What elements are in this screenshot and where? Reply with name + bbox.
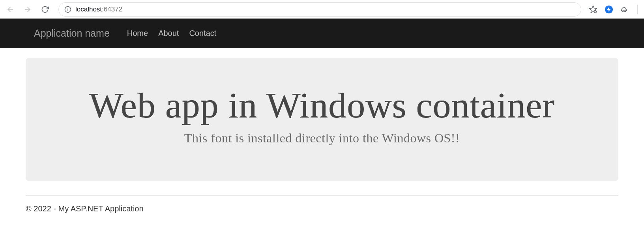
arrow-left-icon	[6, 6, 14, 13]
jumbotron: Web app in Windows container This font i…	[26, 58, 618, 181]
puzzle-icon	[620, 5, 629, 14]
nav-link-contact[interactable]: Contact	[189, 29, 216, 38]
star-plus-icon	[589, 5, 597, 14]
toolbar-right	[588, 4, 641, 15]
hero-title: Web app in Windows container	[37, 86, 607, 125]
arrow-right-icon	[24, 6, 32, 13]
address-bar[interactable]: localhost:64372	[58, 2, 581, 17]
forward-button[interactable]	[21, 2, 35, 17]
nav-link-about[interactable]: About	[158, 29, 179, 38]
profile-icon	[605, 5, 613, 14]
url-text: localhost:64372	[75, 6, 122, 13]
browser-toolbar: localhost:64372	[0, 0, 644, 19]
reload-button[interactable]	[38, 2, 52, 17]
main-content: Web app in Windows container This font i…	[0, 48, 644, 181]
hero-subtitle: This font is installed directly into the…	[37, 131, 607, 146]
app-navbar: Application name Home About Contact	[0, 19, 644, 48]
reload-icon	[41, 6, 49, 13]
profile-button[interactable]	[603, 4, 614, 15]
back-button[interactable]	[3, 2, 17, 17]
brand-link[interactable]: Application name	[34, 28, 110, 39]
favorites-button[interactable]	[588, 4, 599, 15]
url-host: localhost	[75, 6, 102, 13]
footer-text: © 2022 - My ASP.NET Application	[0, 196, 644, 221]
toolbar-separator	[637, 5, 638, 14]
info-icon	[64, 6, 71, 13]
nav-links: Home About Contact	[127, 29, 217, 38]
site-info-button[interactable]	[64, 6, 71, 13]
extensions-button[interactable]	[619, 4, 630, 15]
nav-link-home[interactable]: Home	[127, 29, 148, 38]
url-port: :64372	[102, 6, 122, 13]
